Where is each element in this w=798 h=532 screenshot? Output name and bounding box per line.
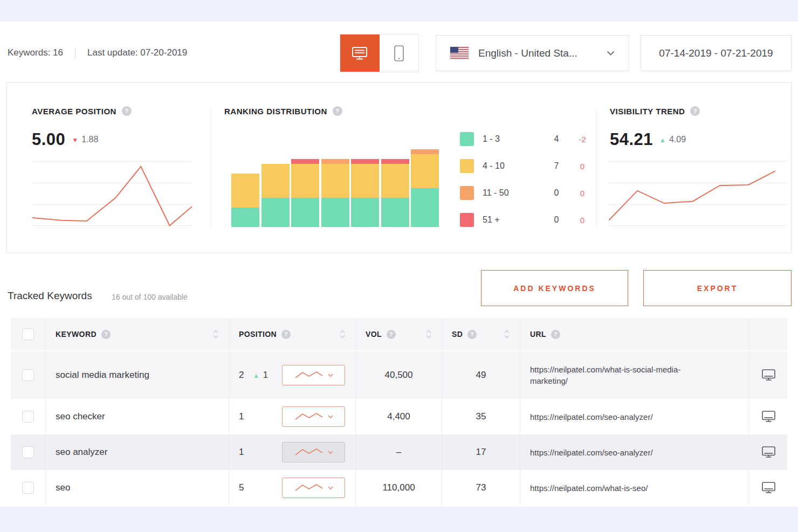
desktop-icon xyxy=(761,369,776,382)
url-link[interactable]: https://neilpatel.com/seo-analyzer/ xyxy=(530,447,653,458)
position-value: 5 xyxy=(239,482,253,493)
desktop-toggle-button[interactable] xyxy=(340,34,380,72)
keyword-cell: seo checker xyxy=(46,399,229,434)
url-cell: https://neilpatel.com/what-is-seo/ xyxy=(520,470,749,506)
row-checkbox[interactable] xyxy=(22,369,34,381)
table-row: social media marketing2140,50049https://… xyxy=(11,351,787,399)
topbar-info: Keywords: 16 Last update: 07-20-2019 xyxy=(8,45,187,60)
help-icon[interactable] xyxy=(387,330,396,339)
device-cell xyxy=(749,470,787,506)
help-icon[interactable] xyxy=(333,106,342,116)
volume-cell: 4,400 xyxy=(356,399,442,434)
add-keywords-button[interactable]: ADD KEYWORDS xyxy=(481,270,628,306)
url-link[interactable]: https://neilpatel.com/seo-analyzer/ xyxy=(530,411,653,423)
legend-row: 4 - 1070 xyxy=(460,153,595,179)
stacked-bar xyxy=(262,164,290,227)
legend-count: 4 xyxy=(543,134,570,144)
device-toggle xyxy=(340,34,419,72)
ranking-distribution-title: RANKING DISTRIBUTION xyxy=(224,106,342,116)
bar-segment xyxy=(231,174,259,208)
stacked-bar xyxy=(351,159,379,227)
volume-cell: – xyxy=(356,434,442,470)
bar-segment xyxy=(411,188,439,227)
keyword-text: seo analyzer xyxy=(56,447,107,458)
volume-cell: 40,500 xyxy=(356,351,442,399)
row-checkbox-cell xyxy=(11,434,46,470)
url-link[interactable]: https://neilpatel.com/what-is-seo/ xyxy=(530,482,648,494)
legend-delta: -2 xyxy=(570,135,595,144)
mobile-toggle-button[interactable] xyxy=(380,34,419,72)
sparkline-icon xyxy=(294,370,324,380)
date-range-picker[interactable]: 07-14-2019 - 07-21-2019 xyxy=(641,35,792,71)
header-keyword: KEYWORD xyxy=(46,318,229,350)
sd-cell: 35 xyxy=(442,399,520,434)
device-cell xyxy=(749,399,787,434)
header-checkbox-cell xyxy=(11,318,46,350)
position-history-button[interactable] xyxy=(282,442,345,462)
stacked-bar xyxy=(321,159,349,227)
tracked-keywords-table: KEYWORD POSITION VOL SD xyxy=(11,318,787,506)
chevron-down-icon xyxy=(328,451,333,454)
legend-label: 11 - 50 xyxy=(483,188,543,198)
date-range-label: 07-14-2019 - 07-21-2019 xyxy=(659,47,773,59)
select-all-checkbox[interactable] xyxy=(22,328,34,340)
legend-swatch xyxy=(460,186,474,200)
sort-position-icon[interactable] xyxy=(339,329,346,340)
row-checkbox[interactable] xyxy=(22,411,34,423)
legend-count: 7 xyxy=(543,161,570,171)
average-position-chart xyxy=(32,161,192,227)
tracked-keywords-title: Tracked Keywords xyxy=(8,290,92,302)
legend-swatch xyxy=(460,213,474,227)
header-url: URL xyxy=(520,318,749,350)
average-position-value: 5.00 xyxy=(32,130,65,149)
position-value: 2 xyxy=(239,370,253,381)
sort-vol-icon[interactable] xyxy=(425,329,432,340)
position-history-button[interactable] xyxy=(282,365,345,385)
bar-segment xyxy=(291,159,319,164)
stacked-bar xyxy=(231,174,259,227)
sort-sd-icon[interactable] xyxy=(504,329,510,340)
help-icon[interactable] xyxy=(281,330,291,339)
row-checkbox[interactable] xyxy=(22,446,34,458)
triangle-down-icon xyxy=(72,135,78,144)
bar-segment xyxy=(262,198,290,227)
chevron-down-icon xyxy=(607,51,615,56)
bar-segment xyxy=(351,164,379,198)
row-checkbox-cell xyxy=(11,470,46,506)
ranking-distribution-chart xyxy=(231,146,439,227)
export-button[interactable]: EXPORT xyxy=(643,270,792,306)
url-cell: https://neilpatel.com/seo-analyzer/ xyxy=(520,434,749,470)
chevron-down-icon xyxy=(328,415,333,419)
sd-value: 49 xyxy=(476,370,486,381)
position-history-button[interactable] xyxy=(282,478,345,498)
help-icon[interactable] xyxy=(122,106,132,116)
legend-row: 51 +00 xyxy=(460,206,595,233)
help-icon[interactable] xyxy=(551,330,560,339)
language-selector[interactable]: English - United Sta... xyxy=(436,35,629,71)
position-history-button[interactable] xyxy=(282,406,345,427)
chevron-down-icon xyxy=(328,486,333,490)
bar-segment xyxy=(381,159,409,164)
sparkline-icon xyxy=(294,412,324,422)
divider xyxy=(596,108,597,228)
stacked-bar xyxy=(291,159,319,227)
visibility-trend-value: 54.21 xyxy=(610,130,653,149)
volume-value: 40,500 xyxy=(385,370,413,381)
position-change: 1 xyxy=(253,370,282,380)
ranking-distribution-legend: 1 - 34-24 - 107011 - 500051 +00 xyxy=(460,126,595,233)
mobile-icon xyxy=(394,45,404,62)
legend-count: 0 xyxy=(543,188,570,198)
bar-segment xyxy=(411,149,439,154)
row-checkbox[interactable] xyxy=(22,482,34,494)
help-icon[interactable] xyxy=(467,330,477,339)
url-link[interactable]: https://neilpatel.com/what-is-social-med… xyxy=(530,364,711,386)
volume-value: 4,400 xyxy=(387,411,410,422)
bar-segment xyxy=(351,159,379,164)
url-cell: https://neilpatel.com/what-is-social-med… xyxy=(520,351,749,399)
help-icon[interactable] xyxy=(690,106,700,116)
stats-panel: AVERAGE POSITION 5.00 1.88 RANKING DISTR… xyxy=(6,82,792,253)
help-icon[interactable] xyxy=(101,330,111,339)
position-cell: 5 xyxy=(229,470,356,506)
triangle-up-icon xyxy=(659,135,666,144)
sort-keyword-icon[interactable] xyxy=(212,329,219,340)
